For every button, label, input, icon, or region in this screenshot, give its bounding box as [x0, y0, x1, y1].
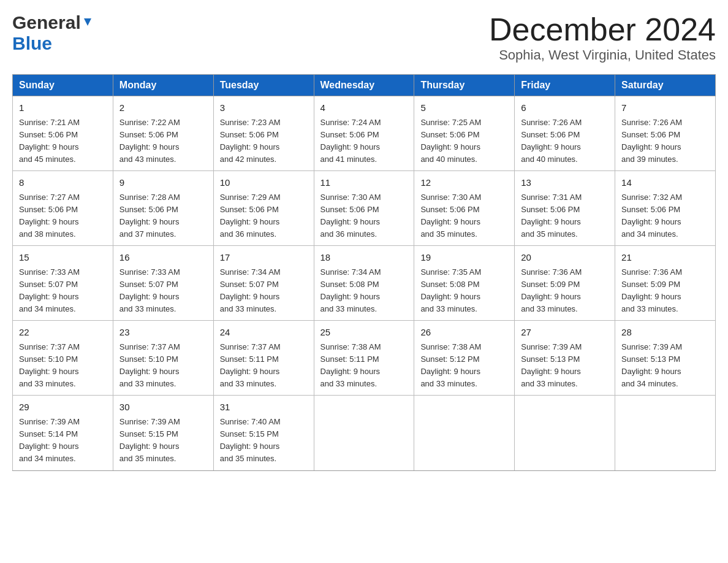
- day-number: 24: [220, 326, 308, 340]
- calendar-cell: 23Sunrise: 7:37 AMSunset: 5:10 PMDayligh…: [113, 321, 213, 396]
- day-info: Sunrise: 7:33 AMSunset: 5:07 PMDaylight:…: [119, 266, 207, 316]
- day-number: 16: [119, 251, 207, 265]
- day-info: Sunrise: 7:33 AMSunset: 5:07 PMDaylight:…: [19, 266, 107, 316]
- day-info: Sunrise: 7:36 AMSunset: 5:09 PMDaylight:…: [621, 266, 709, 316]
- calendar-cell: 14Sunrise: 7:32 AMSunset: 5:06 PMDayligh…: [615, 171, 716, 246]
- calendar-week-row: 1Sunrise: 7:21 AMSunset: 5:06 PMDaylight…: [13, 96, 716, 171]
- day-number: 27: [521, 326, 609, 340]
- calendar-cell: 1Sunrise: 7:21 AMSunset: 5:06 PMDaylight…: [13, 96, 113, 171]
- day-number: 21: [621, 251, 709, 265]
- calendar-cell: 8Sunrise: 7:27 AMSunset: 5:06 PMDaylight…: [13, 171, 113, 246]
- day-info: Sunrise: 7:26 AMSunset: 5:06 PMDaylight:…: [621, 117, 709, 166]
- col-header-wednesday: Wednesday: [314, 75, 414, 96]
- calendar-cell: 29Sunrise: 7:39 AMSunset: 5:14 PMDayligh…: [13, 396, 113, 470]
- day-info: Sunrise: 7:39 AMSunset: 5:14 PMDaylight:…: [19, 416, 107, 465]
- day-number: 31: [220, 400, 308, 415]
- calendar-cell: 20Sunrise: 7:36 AMSunset: 5:09 PMDayligh…: [515, 246, 615, 321]
- calendar-cell: 13Sunrise: 7:31 AMSunset: 5:06 PMDayligh…: [515, 171, 615, 246]
- day-number: 3: [220, 101, 308, 115]
- calendar-cell: 4Sunrise: 7:24 AMSunset: 5:06 PMDaylight…: [314, 96, 414, 171]
- day-number: 13: [521, 176, 609, 190]
- day-info: Sunrise: 7:36 AMSunset: 5:09 PMDaylight:…: [521, 266, 609, 316]
- day-number: 29: [19, 400, 107, 415]
- col-header-monday: Monday: [113, 75, 213, 96]
- calendar-cell: [414, 396, 515, 470]
- calendar-cell: 17Sunrise: 7:34 AMSunset: 5:07 PMDayligh…: [213, 246, 314, 321]
- col-header-thursday: Thursday: [414, 75, 515, 96]
- page-header: General Blue December 2024 Sophia, West …: [12, 12, 716, 63]
- day-info: Sunrise: 7:37 AMSunset: 5:10 PMDaylight:…: [119, 341, 207, 391]
- calendar-header-row: SundayMondayTuesdayWednesdayThursdayFrid…: [13, 75, 716, 96]
- calendar-cell: [615, 396, 716, 470]
- day-info: Sunrise: 7:39 AMSunset: 5:15 PMDaylight:…: [119, 416, 207, 465]
- calendar-week-row: 29Sunrise: 7:39 AMSunset: 5:14 PMDayligh…: [13, 396, 716, 470]
- day-info: Sunrise: 7:29 AMSunset: 5:06 PMDaylight:…: [220, 191, 308, 241]
- day-info: Sunrise: 7:25 AMSunset: 5:06 PMDaylight:…: [420, 117, 508, 166]
- title-block: December 2024 Sophia, West Virginia, Uni…: [489, 12, 716, 63]
- calendar-cell: 31Sunrise: 7:40 AMSunset: 5:15 PMDayligh…: [213, 396, 314, 470]
- day-number: 2: [119, 101, 207, 115]
- calendar-cell: 10Sunrise: 7:29 AMSunset: 5:06 PMDayligh…: [213, 171, 314, 246]
- day-info: Sunrise: 7:22 AMSunset: 5:06 PMDaylight:…: [119, 117, 207, 166]
- day-info: Sunrise: 7:30 AMSunset: 5:06 PMDaylight:…: [320, 191, 408, 241]
- day-number: 18: [320, 251, 408, 265]
- day-number: 8: [19, 176, 107, 190]
- calendar-cell: 6Sunrise: 7:26 AMSunset: 5:06 PMDaylight…: [515, 96, 615, 171]
- calendar-cell: 30Sunrise: 7:39 AMSunset: 5:15 PMDayligh…: [113, 396, 213, 470]
- day-number: 14: [621, 176, 709, 190]
- calendar-cell: 12Sunrise: 7:30 AMSunset: 5:06 PMDayligh…: [414, 171, 515, 246]
- day-number: 22: [19, 326, 107, 340]
- day-info: Sunrise: 7:40 AMSunset: 5:15 PMDaylight:…: [220, 416, 308, 465]
- day-number: 12: [420, 176, 508, 190]
- calendar-cell: 27Sunrise: 7:39 AMSunset: 5:13 PMDayligh…: [515, 321, 615, 396]
- day-number: 11: [320, 176, 408, 190]
- day-number: 20: [521, 251, 609, 265]
- day-number: 25: [320, 326, 408, 340]
- calendar-cell: 26Sunrise: 7:38 AMSunset: 5:12 PMDayligh…: [414, 321, 515, 396]
- calendar-cell: 9Sunrise: 7:28 AMSunset: 5:06 PMDaylight…: [113, 171, 213, 246]
- calendar-cell: [515, 396, 615, 470]
- day-number: 15: [19, 251, 107, 265]
- logo: General Blue: [12, 12, 94, 54]
- day-number: 19: [420, 251, 508, 265]
- day-info: Sunrise: 7:38 AMSunset: 5:11 PMDaylight:…: [320, 341, 408, 391]
- calendar-week-row: 8Sunrise: 7:27 AMSunset: 5:06 PMDaylight…: [13, 171, 716, 246]
- day-info: Sunrise: 7:37 AMSunset: 5:10 PMDaylight:…: [19, 341, 107, 391]
- calendar-week-row: 22Sunrise: 7:37 AMSunset: 5:10 PMDayligh…: [13, 321, 716, 396]
- calendar-cell: 19Sunrise: 7:35 AMSunset: 5:08 PMDayligh…: [414, 246, 515, 321]
- day-info: Sunrise: 7:30 AMSunset: 5:06 PMDaylight:…: [420, 191, 508, 241]
- day-number: 23: [119, 326, 207, 340]
- logo-blue-text: Blue: [12, 33, 52, 54]
- day-number: 1: [19, 101, 107, 115]
- day-number: 5: [420, 101, 508, 115]
- month-title: December 2024: [489, 12, 716, 47]
- calendar-week-row: 15Sunrise: 7:33 AMSunset: 5:07 PMDayligh…: [13, 246, 716, 321]
- day-number: 28: [621, 326, 709, 340]
- col-header-tuesday: Tuesday: [213, 75, 314, 96]
- day-info: Sunrise: 7:27 AMSunset: 5:06 PMDaylight:…: [19, 191, 107, 241]
- calendar-cell: 7Sunrise: 7:26 AMSunset: 5:06 PMDaylight…: [615, 96, 716, 171]
- calendar-cell: 11Sunrise: 7:30 AMSunset: 5:06 PMDayligh…: [314, 171, 414, 246]
- calendar-cell: 18Sunrise: 7:34 AMSunset: 5:08 PMDayligh…: [314, 246, 414, 321]
- col-header-saturday: Saturday: [615, 75, 716, 96]
- day-info: Sunrise: 7:24 AMSunset: 5:06 PMDaylight:…: [320, 117, 408, 166]
- day-info: Sunrise: 7:39 AMSunset: 5:13 PMDaylight:…: [521, 341, 609, 391]
- calendar-cell: 24Sunrise: 7:37 AMSunset: 5:11 PMDayligh…: [213, 321, 314, 396]
- location-title: Sophia, West Virginia, United States: [489, 47, 716, 63]
- day-info: Sunrise: 7:21 AMSunset: 5:06 PMDaylight:…: [19, 117, 107, 166]
- day-number: 26: [420, 326, 508, 340]
- day-info: Sunrise: 7:34 AMSunset: 5:07 PMDaylight:…: [220, 266, 308, 316]
- day-info: Sunrise: 7:23 AMSunset: 5:06 PMDaylight:…: [220, 117, 308, 166]
- logo-general-text: General: [12, 12, 81, 33]
- day-info: Sunrise: 7:31 AMSunset: 5:06 PMDaylight:…: [521, 191, 609, 241]
- day-info: Sunrise: 7:32 AMSunset: 5:06 PMDaylight:…: [621, 191, 709, 241]
- calendar-cell: [314, 396, 414, 470]
- calendar-cell: 3Sunrise: 7:23 AMSunset: 5:06 PMDaylight…: [213, 96, 314, 171]
- logo-arrow-icon: [81, 16, 94, 29]
- calendar-cell: 22Sunrise: 7:37 AMSunset: 5:10 PMDayligh…: [13, 321, 113, 396]
- day-info: Sunrise: 7:35 AMSunset: 5:08 PMDaylight:…: [420, 266, 508, 316]
- calendar-cell: 5Sunrise: 7:25 AMSunset: 5:06 PMDaylight…: [414, 96, 515, 171]
- svg-marker-0: [84, 18, 91, 26]
- day-number: 10: [220, 176, 308, 190]
- calendar-cell: 21Sunrise: 7:36 AMSunset: 5:09 PMDayligh…: [615, 246, 716, 321]
